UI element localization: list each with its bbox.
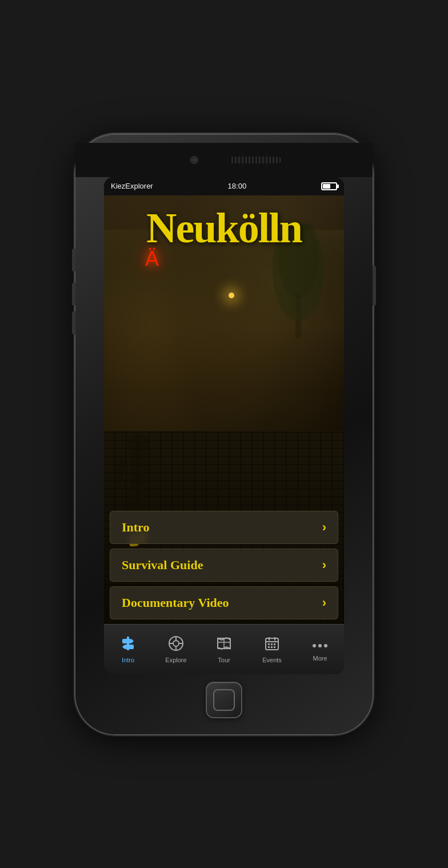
- app-name: KiezExplorer: [111, 182, 153, 190]
- tab-intro-label: Intro: [122, 657, 134, 663]
- tab-tour-label: Tour: [218, 657, 230, 663]
- status-time: 18:00: [228, 182, 247, 190]
- speaker-grille: [230, 157, 281, 163]
- svg-rect-33: [274, 646, 275, 648]
- tab-bar: Intro Explore: [104, 624, 344, 674]
- phone-frame: KiezExplorer 18:00 Ä: [75, 134, 373, 734]
- main-content: Ä Neukö: [104, 195, 344, 624]
- menu-item-intro-arrow: ›: [322, 520, 326, 535]
- svg-rect-1: [130, 455, 147, 507]
- svg-point-16: [173, 641, 179, 646]
- svg-rect-28: [268, 643, 270, 645]
- svg-rect-31: [268, 646, 270, 648]
- street-light: [229, 293, 234, 298]
- city-title: Neukölln: [104, 207, 344, 249]
- menu-item-survival-guide-arrow: ›: [322, 558, 326, 573]
- status-bar: KiezExplorer 18:00: [104, 177, 344, 195]
- phone-screen: KiezExplorer 18:00 Ä: [104, 177, 344, 674]
- menu-item-documentary-video-label: Documentary Video: [122, 595, 229, 610]
- tab-more-icon: [312, 637, 328, 653]
- menu-item-documentary-video-arrow: ›: [322, 595, 326, 610]
- tab-events-icon: [264, 635, 280, 654]
- tab-tour[interactable]: Tour: [200, 625, 248, 674]
- menu-item-intro[interactable]: Intro ›: [110, 511, 338, 544]
- tab-tour-icon: [216, 635, 232, 654]
- menu-item-documentary-video[interactable]: Documentary Video ›: [110, 586, 338, 619]
- home-button-inner: [213, 689, 235, 711]
- svg-point-36: [324, 644, 327, 647]
- tab-explore-label: Explore: [165, 657, 186, 663]
- menu-list: Intro › Survival Guide › Documentary Vid…: [104, 511, 344, 624]
- svg-point-34: [313, 644, 316, 647]
- tab-events-label: Events: [262, 657, 282, 663]
- tab-intro-icon: [120, 635, 136, 654]
- tab-events[interactable]: Events: [248, 625, 296, 674]
- tab-more-label: More: [313, 655, 327, 662]
- home-button[interactable]: [206, 682, 242, 718]
- home-button-area: [75, 674, 373, 726]
- svg-rect-30: [274, 643, 275, 645]
- menu-item-survival-guide-label: Survival Guide: [122, 558, 203, 573]
- svg-rect-13: [125, 645, 134, 649]
- phone-top-bar: [75, 143, 373, 177]
- tab-explore[interactable]: Explore: [152, 625, 200, 674]
- tab-explore-icon: [168, 635, 184, 654]
- battery-indicator: [321, 182, 337, 190]
- menu-item-intro-label: Intro: [122, 520, 150, 535]
- menu-item-survival-guide[interactable]: Survival Guide ›: [110, 549, 338, 582]
- svg-marker-14: [122, 645, 125, 649]
- svg-marker-12: [131, 639, 134, 643]
- svg-rect-32: [271, 646, 273, 648]
- svg-point-35: [318, 644, 322, 647]
- camera-lens: [190, 156, 198, 164]
- svg-rect-11: [122, 639, 131, 643]
- svg-point-0: [129, 434, 149, 457]
- tab-more[interactable]: More: [296, 625, 344, 674]
- tab-intro[interactable]: Intro: [104, 625, 152, 674]
- svg-rect-6: [116, 457, 127, 489]
- svg-rect-29: [271, 643, 273, 645]
- battery-fill: [323, 184, 330, 189]
